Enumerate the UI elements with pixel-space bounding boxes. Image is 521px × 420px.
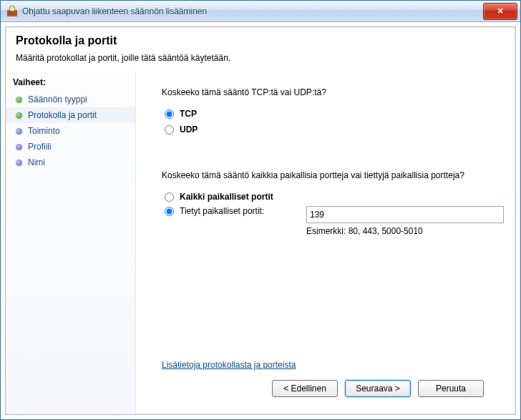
radio-row-udp: UDP [165,124,497,135]
port-example: Esimerkki: 80, 443, 5000-5010 [306,226,497,236]
radio-tcp-label: TCP [180,109,197,119]
sidebar: Vaiheet: Säännön tyyppi Protokolla ja po… [6,72,136,414]
sidebar-step-label: Protokolla ja portit [28,110,97,120]
cancel-button[interactable]: Peruuta [418,380,484,397]
button-row: < Edellinen Seuraava > Peruuta [162,370,497,407]
sidebar-step-name[interactable]: Nimi [6,155,135,170]
radio-row-tcp: TCP [165,109,497,119]
page-subtitle: Määritä protokollat ja portit, joille tä… [16,53,505,63]
link-row: Lisätietoja protokollasta ja porteista [162,331,497,370]
bullet-icon [16,128,22,135]
back-button[interactable]: < Edellinen [272,380,338,397]
bullet-icon [16,144,22,150]
sidebar-step-label: Toiminto [28,126,60,136]
close-icon: × [497,6,503,16]
question-protocol: Koskeeko tämä sääntö TCP:tä vai UDP:tä? [162,87,497,97]
svg-point-6 [9,6,15,11]
radio-udp[interactable] [165,125,174,135]
specific-ports-block: Tietyt paikalliset portit: Esimerkki: 80… [165,206,497,236]
radio-specific-ports[interactable] [165,207,174,216]
sidebar-step-action[interactable]: Toiminto [6,123,135,139]
sidebar-step-rule-type[interactable]: Säännön tyyppi [6,92,135,107]
radio-row-all-ports: Kaikki paikalliset portit [165,192,497,202]
page-title: Protokolla ja portit [16,34,505,47]
inner-frame: Protokolla ja portit Määritä protokollat… [5,26,516,415]
content: Vaiheet: Säännön tyyppi Protokolla ja po… [6,72,515,414]
sidebar-heading: Vaiheet: [6,74,135,92]
port-input-wrap: Esimerkki: 80, 443, 5000-5010 [306,206,497,236]
bullet-icon [16,112,22,119]
close-button[interactable]: × [483,3,517,20]
bullet-icon [16,160,22,166]
sidebar-step-profile[interactable]: Profiili [6,139,135,155]
radio-row-specific-ports: Tietyt paikalliset portit: [165,206,286,216]
learn-more-link[interactable]: Lisätietoja protokollasta ja porteista [162,360,296,370]
main-panel: Koskeeko tämä sääntö TCP:tä vai UDP:tä? … [136,72,515,414]
sidebar-step-label: Nimi [28,157,45,167]
bullet-icon [16,97,22,103]
next-button[interactable]: Seuraava > [345,380,411,397]
radio-specific-ports-label: Tietyt paikalliset portit: [180,206,264,216]
radio-all-ports[interactable] [165,192,174,202]
radio-all-ports-label: Kaikki paikalliset portit [180,192,273,202]
window-title: Ohjattu saapuvan liikenteen säännön lisä… [22,6,207,16]
question-ports: Koskeeko tämä sääntö kaikkia paikallisia… [162,170,497,180]
radio-tcp[interactable] [165,109,174,119]
radio-udp-label: UDP [180,124,198,135]
titlebar-left: Ohjattu saapuvan liikenteen säännön lisä… [6,6,207,17]
sidebar-step-label: Profiili [28,142,52,152]
header: Protokolla ja portit Määritä protokollat… [6,27,515,72]
sidebar-step-protocol-ports[interactable]: Protokolla ja portit [6,107,135,123]
titlebar: Ohjattu saapuvan liikenteen säännön lisä… [1,1,520,22]
firewall-icon [6,6,18,17]
port-input[interactable] [306,206,504,223]
wizard-window: Ohjattu saapuvan liikenteen säännön lisä… [0,0,521,420]
sidebar-step-label: Säännön tyyppi [28,94,87,104]
